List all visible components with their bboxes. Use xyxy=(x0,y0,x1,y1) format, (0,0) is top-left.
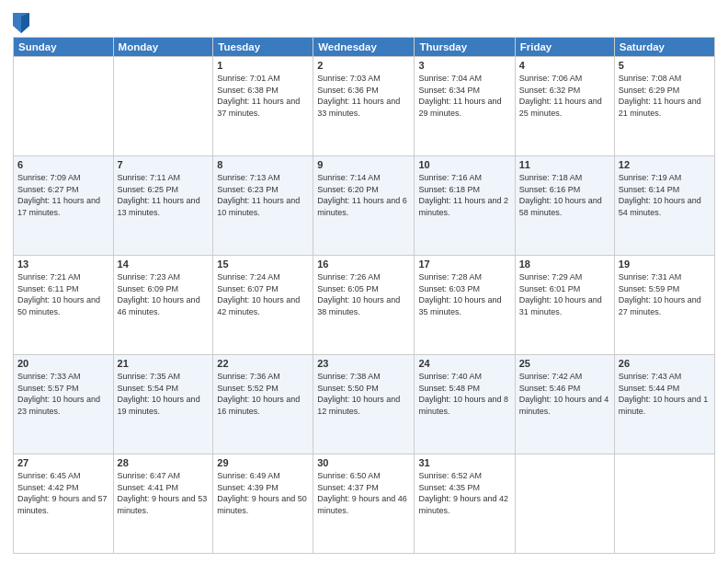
day-number: 16 xyxy=(317,259,410,270)
day-number: 20 xyxy=(17,358,109,369)
calendar-cell: 1Sunrise: 7:01 AMSunset: 6:38 PMDaylight… xyxy=(213,57,313,156)
calendar-week: 6Sunrise: 7:09 AMSunset: 6:27 PMDaylight… xyxy=(14,156,715,256)
day-info: Sunrise: 7:01 AMSunset: 6:38 PMDaylight:… xyxy=(217,73,309,119)
calendar-cell: 21Sunrise: 7:35 AMSunset: 5:54 PMDayligh… xyxy=(113,355,213,454)
calendar-cell: 23Sunrise: 7:38 AMSunset: 5:50 PMDayligh… xyxy=(313,355,415,454)
day-info: Sunrise: 7:09 AMSunset: 6:27 PMDaylight:… xyxy=(17,172,109,218)
day-info: Sunrise: 7:16 AMSunset: 6:18 PMDaylight:… xyxy=(418,172,510,218)
calendar-cell xyxy=(113,57,213,156)
day-number: 22 xyxy=(217,358,309,369)
calendar-cell: 18Sunrise: 7:29 AMSunset: 6:01 PMDayligh… xyxy=(515,256,614,355)
day-info: Sunrise: 7:43 AMSunset: 5:44 PMDaylight:… xyxy=(619,371,711,417)
calendar-cell: 14Sunrise: 7:23 AMSunset: 6:09 PMDayligh… xyxy=(113,256,213,355)
calendar-week: 1Sunrise: 7:01 AMSunset: 6:38 PMDaylight… xyxy=(14,57,715,156)
calendar-cell xyxy=(515,454,614,554)
day-number: 23 xyxy=(317,358,410,369)
day-info: Sunrise: 7:21 AMSunset: 6:11 PMDaylight:… xyxy=(17,271,109,317)
day-header: Tuesday xyxy=(213,38,313,57)
calendar: SundayMondayTuesdayWednesdayThursdayFrid… xyxy=(13,37,715,554)
day-info: Sunrise: 7:31 AMSunset: 5:59 PMDaylight:… xyxy=(619,271,711,317)
calendar-cell: 27Sunrise: 6:45 AMSunset: 4:42 PMDayligh… xyxy=(14,454,114,554)
calendar-week: 27Sunrise: 6:45 AMSunset: 4:42 PMDayligh… xyxy=(14,454,715,554)
day-number: 13 xyxy=(17,259,109,270)
calendar-cell: 22Sunrise: 7:36 AMSunset: 5:52 PMDayligh… xyxy=(213,355,313,454)
day-number: 26 xyxy=(619,358,711,369)
logo xyxy=(13,13,32,33)
day-number: 1 xyxy=(217,60,309,71)
calendar-cell: 26Sunrise: 7:43 AMSunset: 5:44 PMDayligh… xyxy=(614,355,714,454)
calendar-cell: 9Sunrise: 7:14 AMSunset: 6:20 PMDaylight… xyxy=(313,156,415,256)
day-info: Sunrise: 7:13 AMSunset: 6:23 PMDaylight:… xyxy=(217,172,309,218)
day-info: Sunrise: 7:11 AMSunset: 6:25 PMDaylight:… xyxy=(118,172,210,218)
calendar-cell: 13Sunrise: 7:21 AMSunset: 6:11 PMDayligh… xyxy=(14,256,114,355)
day-number: 30 xyxy=(317,457,410,468)
day-number: 12 xyxy=(619,159,711,170)
calendar-cell: 6Sunrise: 7:09 AMSunset: 6:27 PMDaylight… xyxy=(14,156,114,256)
day-header: Wednesday xyxy=(313,38,415,57)
page: SundayMondayTuesdayWednesdayThursdayFrid… xyxy=(0,0,728,563)
day-info: Sunrise: 7:28 AMSunset: 6:03 PMDaylight:… xyxy=(418,271,510,317)
calendar-cell: 29Sunrise: 6:49 AMSunset: 4:39 PMDayligh… xyxy=(213,454,313,554)
calendar-cell: 31Sunrise: 6:52 AMSunset: 4:35 PMDayligh… xyxy=(415,454,515,554)
calendar-cell xyxy=(14,57,114,156)
day-number: 18 xyxy=(519,259,610,270)
calendar-cell: 17Sunrise: 7:28 AMSunset: 6:03 PMDayligh… xyxy=(415,256,515,355)
day-info: Sunrise: 7:04 AMSunset: 6:34 PMDaylight:… xyxy=(418,73,510,119)
calendar-cell: 28Sunrise: 6:47 AMSunset: 4:41 PMDayligh… xyxy=(113,454,213,554)
day-number: 15 xyxy=(217,259,309,270)
day-number: 21 xyxy=(118,358,210,369)
day-info: Sunrise: 7:26 AMSunset: 6:05 PMDaylight:… xyxy=(317,271,410,317)
day-number: 25 xyxy=(519,358,610,369)
day-info: Sunrise: 6:50 AMSunset: 4:37 PMDaylight:… xyxy=(317,470,410,516)
day-info: Sunrise: 7:23 AMSunset: 6:09 PMDaylight:… xyxy=(118,271,210,317)
day-number: 5 xyxy=(619,60,711,71)
calendar-cell: 11Sunrise: 7:18 AMSunset: 6:16 PMDayligh… xyxy=(515,156,614,256)
calendar-cell: 12Sunrise: 7:19 AMSunset: 6:14 PMDayligh… xyxy=(614,156,714,256)
day-header: Sunday xyxy=(14,38,114,57)
calendar-cell: 10Sunrise: 7:16 AMSunset: 6:18 PMDayligh… xyxy=(415,156,515,256)
day-number: 4 xyxy=(519,60,610,71)
calendar-cell: 8Sunrise: 7:13 AMSunset: 6:23 PMDaylight… xyxy=(213,156,313,256)
day-number: 27 xyxy=(17,457,109,468)
day-number: 6 xyxy=(17,159,109,170)
day-info: Sunrise: 6:49 AMSunset: 4:39 PMDaylight:… xyxy=(217,470,309,516)
day-info: Sunrise: 6:45 AMSunset: 4:42 PMDaylight:… xyxy=(17,470,109,516)
day-info: Sunrise: 7:14 AMSunset: 6:20 PMDaylight:… xyxy=(317,172,410,218)
calendar-cell: 19Sunrise: 7:31 AMSunset: 5:59 PMDayligh… xyxy=(614,256,714,355)
day-info: Sunrise: 7:24 AMSunset: 6:07 PMDaylight:… xyxy=(217,271,309,317)
calendar-cell xyxy=(614,454,714,554)
calendar-cell: 5Sunrise: 7:08 AMSunset: 6:29 PMDaylight… xyxy=(614,57,714,156)
day-number: 28 xyxy=(118,457,210,468)
day-number: 2 xyxy=(317,60,410,71)
calendar-cell: 16Sunrise: 7:26 AMSunset: 6:05 PMDayligh… xyxy=(313,256,415,355)
day-number: 31 xyxy=(418,457,510,468)
day-number: 8 xyxy=(217,159,309,170)
day-number: 19 xyxy=(619,259,711,270)
day-info: Sunrise: 7:35 AMSunset: 5:54 PMDaylight:… xyxy=(118,371,210,417)
calendar-cell: 4Sunrise: 7:06 AMSunset: 6:32 PMDaylight… xyxy=(515,57,614,156)
calendar-cell: 30Sunrise: 6:50 AMSunset: 4:37 PMDayligh… xyxy=(313,454,415,554)
calendar-cell: 3Sunrise: 7:04 AMSunset: 6:34 PMDaylight… xyxy=(415,57,515,156)
calendar-cell: 24Sunrise: 7:40 AMSunset: 5:48 PMDayligh… xyxy=(415,355,515,454)
day-number: 24 xyxy=(418,358,510,369)
day-info: Sunrise: 7:03 AMSunset: 6:36 PMDaylight:… xyxy=(317,73,410,119)
day-header: Thursday xyxy=(415,38,515,57)
day-number: 14 xyxy=(118,259,210,270)
day-info: Sunrise: 6:52 AMSunset: 4:35 PMDaylight:… xyxy=(418,470,510,516)
day-number: 11 xyxy=(519,159,610,170)
calendar-cell: 7Sunrise: 7:11 AMSunset: 6:25 PMDaylight… xyxy=(113,156,213,256)
calendar-cell: 25Sunrise: 7:42 AMSunset: 5:46 PMDayligh… xyxy=(515,355,614,454)
calendar-week: 13Sunrise: 7:21 AMSunset: 6:11 PMDayligh… xyxy=(14,256,715,355)
day-info: Sunrise: 7:29 AMSunset: 6:01 PMDaylight:… xyxy=(519,271,610,317)
day-info: Sunrise: 7:18 AMSunset: 6:16 PMDaylight:… xyxy=(519,172,610,218)
calendar-cell: 20Sunrise: 7:33 AMSunset: 5:57 PMDayligh… xyxy=(14,355,114,454)
day-info: Sunrise: 6:47 AMSunset: 4:41 PMDaylight:… xyxy=(118,470,210,516)
day-info: Sunrise: 7:33 AMSunset: 5:57 PMDaylight:… xyxy=(17,371,109,417)
header xyxy=(13,9,715,33)
day-number: 29 xyxy=(217,457,309,468)
day-info: Sunrise: 7:08 AMSunset: 6:29 PMDaylight:… xyxy=(619,73,711,119)
logo-icon xyxy=(13,13,29,33)
header-row: SundayMondayTuesdayWednesdayThursdayFrid… xyxy=(14,38,715,57)
day-number: 9 xyxy=(317,159,410,170)
day-header: Saturday xyxy=(614,38,714,57)
